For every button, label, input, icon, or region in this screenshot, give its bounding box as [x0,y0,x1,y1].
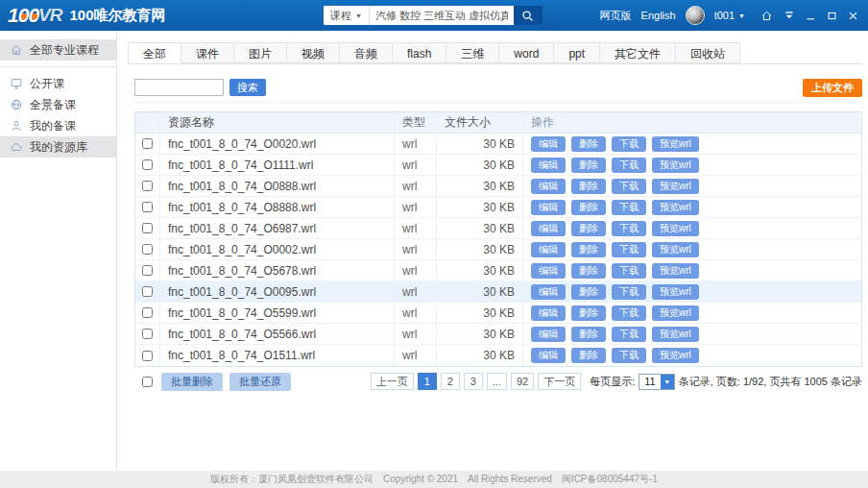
batch-delete-button[interactable]: 批量删除 [161,373,223,391]
edit-button[interactable]: 编辑 [531,263,566,279]
maximize-icon[interactable] [827,11,837,21]
preview-wrl-button[interactable]: 预览wrl [652,136,699,152]
preview-wrl-button[interactable]: 预览wrl [652,263,699,279]
row-checkbox[interactable] [142,351,153,361]
tab-9[interactable]: 其它文件 [599,42,676,63]
tab-1[interactable]: 课件 [181,42,234,63]
row-checkbox[interactable] [142,244,153,255]
sidebar-item-2[interactable]: 全景备课 [0,94,116,115]
tab-3[interactable]: 视频 [286,42,340,63]
sidebar-item-0[interactable]: 全部专业课程 [0,39,116,61]
page-button-92[interactable]: 92 [511,373,534,390]
select-all-checkbox[interactable] [142,377,153,387]
upload-file-button[interactable]: 上传文件 [803,79,862,97]
header-search-button[interactable] [514,6,542,25]
sidebar-item-3[interactable]: 我的备课 [0,115,116,136]
tab-2[interactable]: 图片 [233,42,287,63]
preview-wrl-button[interactable]: 预览wrl [652,200,699,215]
collapse-icon[interactable] [784,10,795,21]
preview-wrl-button[interactable]: 预览wrl [652,158,699,173]
preview-wrl-button[interactable]: 预览wrl [652,305,699,321]
row-checkbox[interactable] [142,181,153,191]
resource-search-input[interactable] [134,79,224,96]
resource-name: fnc_t001_8_0_74_O6987.wrl [160,218,395,238]
preview-wrl-button[interactable]: 预览wrl [652,284,699,300]
header-search-input[interactable] [370,6,514,25]
download-button[interactable]: 下载 [612,263,646,279]
sidebar-item-1[interactable]: 公开课 [0,73,116,94]
page-button-3[interactable]: 3 [464,373,483,390]
edit-button[interactable]: 编辑 [531,200,566,215]
row-checkbox[interactable] [142,307,153,318]
user-menu[interactable]: t001 ▼ [714,10,745,21]
delete-button[interactable]: 删除 [571,179,606,194]
edit-button[interactable]: 编辑 [531,348,566,363]
logo[interactable]: 100VR [8,4,61,27]
download-button[interactable]: 下载 [612,284,646,300]
close-icon[interactable] [848,11,858,21]
row-checkbox[interactable] [142,223,153,233]
download-button[interactable]: 下载 [612,179,646,194]
edit-button[interactable]: 编辑 [531,158,566,173]
avatar[interactable] [686,6,705,25]
batch-restore-button[interactable]: 批量还原 [229,373,291,391]
download-button[interactable]: 下载 [612,305,646,321]
row-checkbox[interactable] [142,286,153,297]
tab-8[interactable]: ppt [553,42,600,63]
download-button[interactable]: 下载 [612,200,646,215]
row-checkbox[interactable] [142,265,153,276]
download-button[interactable]: 下载 [612,136,646,152]
edit-button[interactable]: 编辑 [531,221,566,236]
download-button[interactable]: 下载 [612,221,646,236]
edit-button[interactable]: 编辑 [531,305,566,321]
edit-button[interactable]: 编辑 [531,179,566,194]
tab-4[interactable]: 音频 [339,42,393,63]
row-checkbox[interactable] [142,138,153,149]
download-button[interactable]: 下载 [612,348,646,363]
delete-button[interactable]: 删除 [571,136,606,152]
row-checkbox[interactable] [142,159,153,170]
preview-wrl-button[interactable]: 预览wrl [652,221,699,236]
delete-button[interactable]: 删除 [571,242,606,257]
page-button-1[interactable]: 1 [418,373,437,390]
tab-5[interactable]: flash [392,42,446,63]
delete-button[interactable]: 删除 [571,221,606,236]
delete-button[interactable]: 删除 [571,284,606,300]
prev-page-button[interactable]: 上一页 [371,373,414,390]
tab-10[interactable]: 回收站 [675,42,740,63]
per-page-select[interactable]: 11 ▼ [639,374,674,390]
table-row: fnc_t001_8_0_74_O6987.wrl wrl 30 KB 编辑删除… [135,218,861,239]
search-category-select[interactable]: 课程 ▼ [324,6,370,25]
tab-0[interactable]: 全部 [128,42,181,64]
download-button[interactable]: 下载 [612,327,646,342]
tab-7[interactable]: word [498,42,554,63]
download-button[interactable]: 下载 [612,158,646,173]
delete-button[interactable]: 删除 [571,158,606,173]
preview-wrl-button[interactable]: 预览wrl [652,327,699,342]
delete-button[interactable]: 删除 [571,263,606,279]
sidebar-item-4[interactable]: 我的资源库 [0,136,116,158]
edit-button[interactable]: 编辑 [531,242,566,257]
row-checkbox[interactable] [142,202,153,212]
download-button[interactable]: 下载 [612,242,646,257]
page-button-2[interactable]: 2 [441,373,460,390]
delete-button[interactable]: 删除 [571,348,606,363]
english-link[interactable]: English [641,10,676,21]
page-ellipsis[interactable]: ... [487,373,507,390]
delete-button[interactable]: 删除 [571,200,606,215]
preview-wrl-button[interactable]: 预览wrl [652,348,699,363]
home-icon[interactable] [760,10,773,22]
delete-button[interactable]: 删除 [571,327,606,342]
minimize-icon[interactable] [806,11,816,21]
preview-wrl-button[interactable]: 预览wrl [652,242,699,257]
next-page-button[interactable]: 下一页 [538,373,581,390]
web-version-link[interactable]: 网页版 [600,9,632,23]
delete-button[interactable]: 删除 [571,305,606,321]
row-checkbox[interactable] [142,329,153,339]
preview-wrl-button[interactable]: 预览wrl [652,179,699,194]
edit-button[interactable]: 编辑 [531,327,566,342]
search-button[interactable]: 搜索 [229,79,266,96]
tab-6[interactable]: 三维 [446,42,499,63]
edit-button[interactable]: 编辑 [531,284,566,300]
edit-button[interactable]: 编辑 [531,136,566,152]
